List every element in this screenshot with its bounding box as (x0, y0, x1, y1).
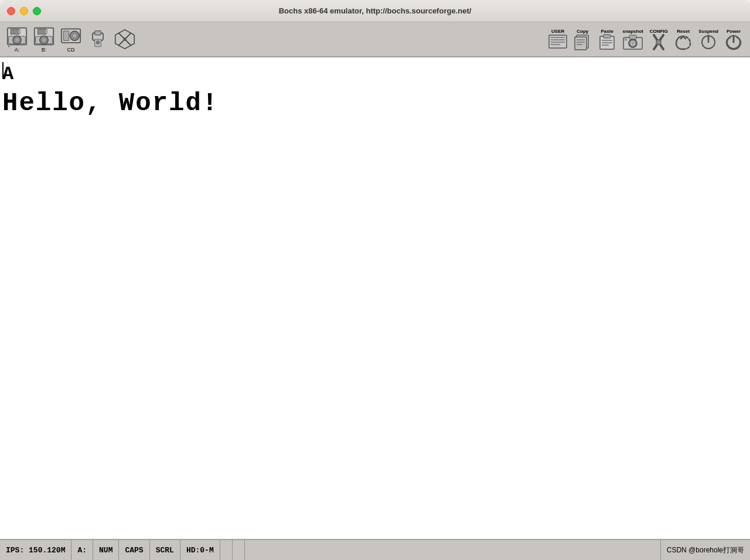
svg-text:A:: A: (8, 45, 13, 47)
emulator-display[interactable]: A Hello, World! (0, 57, 750, 539)
power-label: Power (727, 29, 741, 34)
drive-a-status-label: A: (77, 546, 87, 555)
reset-button[interactable]: Reset (671, 28, 695, 52)
svg-rect-25 (551, 37, 565, 38)
svg-rect-30 (575, 37, 587, 50)
svg-rect-26 (551, 39, 565, 40)
svg-rect-19 (95, 31, 101, 35)
power-icon (724, 34, 743, 50)
maximize-button[interactable] (33, 7, 41, 15)
reset-label: Reset (677, 29, 690, 34)
drive-b-label: B: (42, 47, 47, 53)
svg-rect-37 (602, 42, 612, 43)
snapshot-button[interactable]: snapshot (620, 28, 646, 52)
config-button[interactable]: CONFIG (647, 28, 670, 52)
num-status: NUM (93, 540, 119, 560)
ips-section: IPS: 150.120M (0, 540, 71, 560)
svg-rect-40 (629, 35, 636, 39)
copy-button[interactable]: Copy (571, 28, 594, 52)
svg-rect-47 (656, 40, 661, 45)
usb-icon (87, 29, 108, 50)
toolbar: A: A: B: CD (0, 22, 750, 57)
drive-b-icon (33, 26, 54, 47)
emulator-line1: A (2, 62, 748, 87)
caps-label: CAPS (125, 546, 143, 555)
network-button[interactable] (112, 27, 137, 52)
window-buttons (7, 7, 41, 15)
svg-point-21 (96, 41, 99, 44)
svg-rect-27 (551, 42, 565, 43)
config-label: CONFIG (650, 29, 668, 34)
svg-point-5 (15, 39, 18, 42)
reset-icon (674, 34, 693, 50)
cdrom-icon (60, 26, 81, 47)
drive-a-icon: A: (6, 26, 28, 47)
usb-button[interactable] (86, 27, 110, 52)
extra-section-1 (220, 540, 233, 560)
copy-label: Copy (577, 29, 588, 34)
titlebar: Bochs x86-64 emulator, http://bochs.sour… (0, 0, 750, 22)
svg-point-17 (74, 35, 75, 36)
copy-icon (573, 34, 592, 50)
ips-value: 150.120M (29, 546, 65, 555)
drive-b-button[interactable]: B: (32, 24, 56, 54)
svg-rect-9 (45, 29, 47, 33)
svg-rect-33 (577, 44, 582, 45)
close-button[interactable] (7, 7, 15, 15)
config-icon (649, 34, 668, 50)
toolbar-right: USER Copy Paste (546, 28, 745, 52)
snapshot-label: snapshot (622, 29, 643, 34)
user-button[interactable]: USER (546, 28, 570, 52)
credit-text: CSDN @borehole打洞哥 (667, 545, 744, 555)
svg-rect-35 (604, 35, 611, 38)
drive-a-status: A: (71, 540, 93, 560)
svg-rect-28 (551, 44, 560, 45)
svg-rect-1 (11, 29, 19, 34)
drive-a-label: A: (15, 47, 20, 53)
statusbar: IPS: 150.120M A: NUM CAPS SCRL HD:0-M CS… (0, 539, 750, 560)
svg-rect-8 (38, 29, 46, 34)
paste-label: Paste (601, 29, 613, 34)
scrl-status: SCRL (150, 540, 180, 560)
scrl-label: SCRL (156, 546, 174, 555)
suspend-icon (699, 34, 718, 50)
svg-rect-38 (602, 45, 609, 46)
credit-section: CSDN @borehole打洞哥 (660, 540, 750, 560)
extra-section-2 (233, 540, 245, 560)
svg-rect-2 (18, 29, 21, 33)
svg-rect-31 (577, 39, 585, 40)
svg-point-43 (632, 42, 634, 45)
hd-label: HD:0-M (186, 546, 214, 555)
svg-rect-32 (577, 42, 585, 43)
user-icon (548, 34, 567, 50)
minimize-button[interactable] (20, 7, 28, 15)
snapshot-icon (622, 34, 643, 50)
caps-status: CAPS (119, 540, 149, 560)
svg-rect-14 (63, 31, 69, 40)
emulator-content: A Hello, World! (0, 57, 750, 125)
drive-a-button[interactable]: A: A: (5, 24, 29, 54)
cdrom-label: CD (67, 47, 75, 53)
num-label: NUM (99, 546, 112, 555)
cursor-indicator (2, 62, 4, 78)
user-label: USER (551, 29, 564, 34)
power-button[interactable]: Power (722, 28, 745, 52)
svg-rect-36 (602, 40, 612, 41)
network-icon (114, 29, 135, 50)
window-title: Bochs x86-64 emulator, http://bochs.sour… (279, 6, 472, 15)
ips-label: IPS: (6, 546, 24, 555)
svg-point-23 (123, 37, 126, 40)
suspend-label: Suspend (698, 29, 718, 34)
emulator-line2: Hello, World! (2, 87, 748, 120)
paste-button[interactable]: Paste (595, 28, 619, 52)
hd-status: HD:0-M (180, 540, 220, 560)
svg-rect-44 (625, 39, 627, 40)
svg-point-12 (42, 39, 45, 42)
suspend-button[interactable]: Suspend (696, 28, 721, 52)
cdrom-button[interactable]: CD (59, 24, 83, 54)
paste-icon (598, 34, 616, 50)
